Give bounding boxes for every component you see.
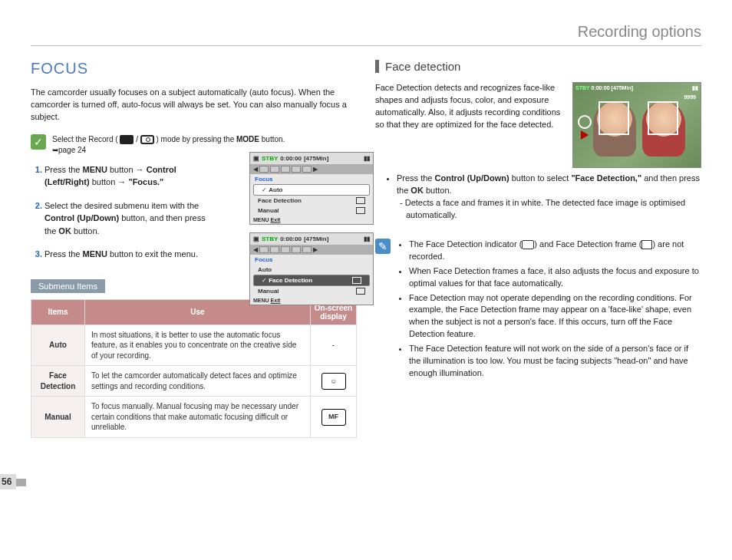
note-4: The Face Detection feature will not work… xyxy=(409,343,701,380)
remain-label: [475Min] xyxy=(304,236,328,242)
stby-label: STBY xyxy=(262,236,278,242)
face-detection-preview: STBY 0:00:00 [475Min] ▮▮ 9999 xyxy=(572,82,701,168)
instruction-1: Press the Control (Up/Down) button to se… xyxy=(397,173,701,222)
face-detect-icon xyxy=(352,277,361,284)
note-text-c: button. xyxy=(262,135,285,143)
chapter-title: Recording options xyxy=(31,23,701,46)
note-1: The Face Detection indicator () and Face… xyxy=(409,239,701,263)
thumb-remain: [475Min] xyxy=(612,85,633,91)
remain-label: [475Min] xyxy=(304,155,328,162)
lcd-section-label: Focus xyxy=(250,174,373,184)
row-auto-use: In most situations, it is better to use … xyxy=(85,324,311,366)
lcd-face-selected: ✓ Face Detection xyxy=(253,275,370,286)
row-face-name: Face Detection xyxy=(31,366,85,397)
manual-page: Recording options FOCUS The camcorder us… xyxy=(31,23,701,537)
manual-focus-icon xyxy=(356,288,365,295)
sd-icon: ▣ xyxy=(253,155,259,162)
info-icon: ✎ xyxy=(375,239,391,254)
lcd-screen-2: ▣ STBY 0:00:00 [475Min] ▮▮ ◀▶ Focus Auto… xyxy=(249,232,374,305)
left-column: FOCUS The camcorder usually focuses on a… xyxy=(31,60,357,438)
face-detect-osd-icon: ☺ xyxy=(321,373,346,390)
note-text-a: Select the Record ( xyxy=(52,135,118,143)
lcd-manual-item: Manual xyxy=(250,286,373,296)
face-frame-1 xyxy=(598,101,629,135)
note-sep: / xyxy=(136,135,140,143)
lcd-screenshots: ▣ STBY 0:00:00 [475Min] ▮▮ ◀▶ Focus ✓ Au… xyxy=(249,152,374,313)
sd-icon: ▣ xyxy=(253,236,259,242)
video-mode-icon xyxy=(120,135,134,144)
focus-intro: The camcorder usually focuses on a subje… xyxy=(31,87,357,124)
lcd-auto-selected: ✓ Auto xyxy=(253,184,370,196)
photo-mode-icon xyxy=(140,135,154,144)
row-manual-name: Manual xyxy=(31,397,85,438)
submenu-heading: Submenu Items xyxy=(31,279,105,293)
mode-label: MODE xyxy=(236,135,259,143)
thumb-time: 0:00:00 xyxy=(592,85,610,91)
page-ref: ➥page 24 xyxy=(52,146,86,154)
time-label: 0:00:00 xyxy=(280,236,302,242)
focus-heading: FOCUS xyxy=(31,60,357,77)
info-notes-list: The Face Detection indicator () and Face… xyxy=(397,239,701,382)
lcd-bottom: MENU Exit xyxy=(250,296,373,305)
row-face-osd: ☺ xyxy=(311,366,357,397)
face-indicator-inline-icon xyxy=(522,240,534,249)
play-arrow-icon xyxy=(581,130,589,140)
battery-icon: ▮▮ xyxy=(364,236,370,242)
lcd-tabs: ◀▶ xyxy=(250,245,373,255)
right-column: Face detection STBY 0:00:00 [475Min] ▮▮ … xyxy=(375,60,701,438)
face-indicator-icon xyxy=(578,115,592,129)
battery-icon: ▮▮ xyxy=(692,85,698,91)
battery-icon: ▮▮ xyxy=(364,155,370,162)
lcd-manual-item: Manual xyxy=(250,206,373,216)
row-face-use: To let the camcorder automatically detec… xyxy=(85,366,311,397)
thumb-stby: STBY xyxy=(575,85,590,91)
lcd-face-item: Face Detection xyxy=(250,196,373,206)
page-number: 56 xyxy=(0,474,16,489)
note-2: When Face Detection frames a face, it al… xyxy=(409,265,701,290)
face-detection-heading: Face detection xyxy=(375,60,701,73)
table-row: Auto In most situations, it is better to… xyxy=(31,324,357,366)
time-label: 0:00:00 xyxy=(280,155,302,162)
lcd-screen-1: ▣ STBY 0:00:00 [475Min] ▮▮ ◀▶ Focus ✓ Au… xyxy=(249,152,374,225)
lcd-bottom: MENU Exit xyxy=(250,216,373,224)
manual-focus-icon xyxy=(356,207,365,214)
note-text-b: ) mode by pressing the xyxy=(157,135,237,143)
note-3: Face Detection may not operate depending… xyxy=(409,292,701,341)
check-icon: ✓ xyxy=(31,134,46,150)
thumb-count: 9999 xyxy=(684,94,696,100)
row-manual-osd: MF xyxy=(311,397,357,438)
stby-label: STBY xyxy=(262,155,278,162)
lcd-section-label: Focus xyxy=(250,255,373,265)
face-detect-icon xyxy=(356,197,365,204)
submenu-table: Items Use On-screen display Auto In most… xyxy=(31,299,357,438)
manual-focus-osd-icon: MF xyxy=(321,409,346,426)
row-manual-use: To focus manually. Manual focusing may b… xyxy=(85,397,311,438)
row-auto-name: Auto xyxy=(31,324,85,366)
lcd-tabs: ◀▶ xyxy=(250,164,373,174)
face-instructions: Press the Control (Up/Down) button to se… xyxy=(375,173,701,222)
lcd-auto-item: Auto xyxy=(250,265,373,275)
th-items: Items xyxy=(31,299,85,324)
row-auto-osd: - xyxy=(311,324,357,366)
table-row: Face Detection To let the camcorder auto… xyxy=(31,366,357,397)
face-frame-inline-icon xyxy=(641,240,652,249)
face-frame-2 xyxy=(648,101,678,135)
info-note-block: ✎ The Face Detection indicator () and Fa… xyxy=(375,236,701,390)
instruction-1-sub: - Detects a face and frames it in white.… xyxy=(397,197,701,222)
table-row: Manual To focus manually. Manual focusin… xyxy=(31,397,357,438)
